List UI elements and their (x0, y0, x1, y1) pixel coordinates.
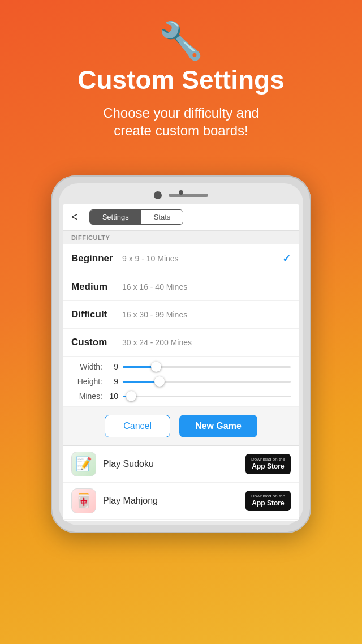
phone-speaker (169, 194, 208, 197)
mines-value: 10 (105, 392, 118, 401)
height-slider-row: Height: 9 (71, 377, 291, 386)
segmented-control: Settings Stats (89, 209, 184, 225)
phone-screen: < Settings Stats DIFFICULTY Beginner 9 x… (63, 204, 299, 521)
diff-desc-difficult: 16 x 30 - 99 Mines (122, 310, 291, 319)
mines-slider-row: Mines: 10 (71, 392, 291, 401)
diff-name-custom: Custom (71, 337, 122, 348)
sudoku-icon: 📝 (71, 452, 96, 476)
sudoku-appstore-badge[interactable]: Download on the App Store (245, 454, 291, 474)
nav-bar: < Settings Stats (63, 204, 299, 231)
height-slider-track[interactable] (123, 381, 291, 383)
tab-stats[interactable]: Stats (141, 210, 183, 224)
phone-dot (179, 190, 183, 195)
phone-top (63, 188, 299, 204)
slider-section: Width: 9 Height: 9 (63, 357, 299, 407)
width-label: Width: (71, 362, 102, 371)
height-slider-thumb[interactable] (154, 376, 165, 387)
difficulty-row-custom[interactable]: Custom 30 x 24 - 200 Mines (63, 329, 299, 357)
header-subtitle: Choose your difficulty andcreate custom … (11, 104, 351, 139)
difficulty-row-difficult[interactable]: Difficult 16 x 30 - 99 Mines (63, 301, 299, 329)
header-title: Custom Settings (11, 65, 351, 95)
width-slider-track[interactable] (123, 366, 291, 368)
app-row-mahjong[interactable]: 🀄 Play Mahjong Download on the App Store (63, 483, 299, 520)
phone-inner: < Settings Stats DIFFICULTY Beginner 9 x… (59, 183, 303, 525)
checkmark-beginner: ✓ (282, 252, 291, 265)
phone-outer: < Settings Stats DIFFICULTY Beginner 9 x… (51, 175, 311, 533)
diff-name-difficult: Difficult (71, 309, 122, 320)
badge-top-text: Download on the (251, 457, 285, 462)
diff-desc-beginner: 9 x 9 - 10 Mines (122, 254, 282, 263)
header-section: 🔧 Custom Settings Choose your difficulty… (0, 0, 362, 151)
tab-settings[interactable]: Settings (90, 210, 141, 224)
badge-top-text-2: Download on the (251, 493, 285, 499)
app-row-sudoku[interactable]: 📝 Play Sudoku Download on the App Store (63, 446, 299, 483)
difficulty-row-medium[interactable]: Medium 16 x 16 - 40 Mines (63, 273, 299, 301)
difficulty-row-beginner[interactable]: Beginner 9 x 9 - 10 Mines ✓ (63, 244, 299, 273)
phone-camera (154, 191, 162, 199)
diff-name-medium: Medium (71, 281, 122, 293)
diff-desc-medium: 16 x 16 - 40 Mines (122, 282, 291, 291)
diff-name-beginner: Beginner (71, 253, 122, 264)
badge-bottom-text: App Store (251, 462, 285, 471)
tools-icon: 🔧 (11, 23, 351, 59)
difficulty-section-header: DIFFICULTY (63, 231, 299, 244)
width-value: 9 (105, 362, 118, 371)
badge-bottom-text-2: App Store (251, 499, 285, 508)
cancel-button[interactable]: Cancel (105, 415, 170, 437)
mahjong-appstore-badge[interactable]: Download on the App Store (245, 491, 291, 510)
width-slider-row: Width: 9 (71, 362, 291, 371)
phone-mockup: < Settings Stats DIFFICULTY Beginner 9 x… (51, 175, 311, 533)
diff-desc-custom: 30 x 24 - 200 Mines (122, 338, 291, 347)
height-label: Height: (71, 377, 102, 386)
mines-label: Mines: (71, 392, 102, 401)
buttons-row: Cancel New Game (63, 407, 299, 446)
mahjong-icon: 🀄 (71, 488, 96, 513)
mines-slider-thumb[interactable] (126, 391, 136, 401)
mines-slider-track[interactable] (123, 396, 291, 397)
height-value: 9 (105, 377, 118, 386)
back-button[interactable]: < (71, 211, 78, 224)
mahjong-app-name: Play Mahjong (103, 496, 239, 506)
width-slider-thumb[interactable] (151, 362, 161, 372)
new-game-button[interactable]: New Game (179, 415, 257, 437)
sudoku-app-name: Play Sudoku (103, 459, 239, 469)
